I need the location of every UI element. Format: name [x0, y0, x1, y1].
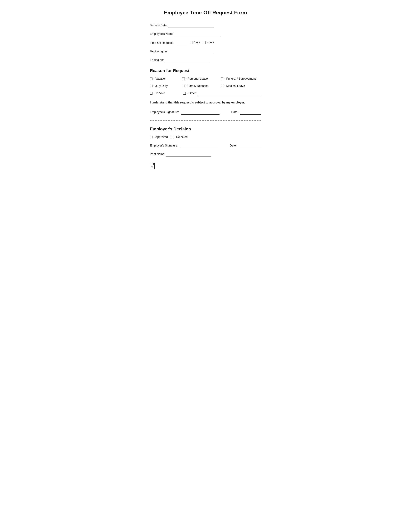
personal-leave-dash: - [186, 77, 187, 80]
vacation-checkbox[interactable] [150, 77, 153, 80]
approved-group: - Approved [150, 135, 168, 139]
funeral-label: Funeral / Bereavement [226, 77, 256, 80]
ending-on-field[interactable] [165, 58, 210, 62]
other-dash: - [187, 92, 188, 95]
beginning-on-label: Beginning on: [150, 50, 168, 53]
jury-duty-checkbox[interactable] [150, 85, 153, 87]
employees-name-row: Employee's Name: [150, 32, 261, 36]
other-checkbox[interactable] [183, 92, 186, 95]
approved-label: Approved [155, 135, 168, 139]
family-reasons-label: Family Reasons [188, 84, 208, 88]
employer-decision-section: Employer's Decision - Approved - Rejecte… [150, 126, 261, 156]
to-vote-label: To Vote [155, 92, 165, 95]
other-label: Other: [189, 92, 197, 95]
family-reasons-dash: - [186, 84, 187, 88]
ending-on-row: Ending on: [150, 58, 261, 62]
hours-checkbox[interactable] [203, 41, 206, 44]
employees-name-label: Employee's Name: [150, 32, 174, 36]
reason-family-reasons: - Family Reasons [182, 84, 221, 88]
family-reasons-checkbox[interactable] [182, 85, 185, 87]
medical-leave-dash: - [224, 84, 225, 88]
approved-dash: - [153, 135, 154, 139]
personal-leave-label: Personal Leave [188, 77, 208, 80]
funeral-dash: - [224, 77, 225, 80]
jury-duty-dash: - [153, 84, 154, 88]
time-off-request-label: Time-Off Request: [150, 41, 173, 45]
todays-date-field[interactable] [168, 24, 214, 28]
employer-signature-block: Employer's Signature: [150, 144, 227, 148]
svg-rect-0 [150, 163, 154, 169]
employee-date-field[interactable] [240, 110, 261, 114]
employee-date-block: Date: [231, 110, 261, 114]
employer-date-block: Date: [230, 144, 261, 148]
employees-name-field[interactable] [175, 32, 220, 36]
jury-duty-label: Jury Duty [155, 84, 168, 88]
employer-signature-field[interactable] [180, 144, 217, 148]
rejected-checkbox[interactable] [171, 136, 173, 138]
reason-funeral: - Funeral / Bereavement [221, 77, 261, 80]
todays-date-label: Today's Date: [150, 24, 167, 27]
approved-rejected-row: - Approved - Rejected [150, 135, 261, 139]
medical-leave-label: Medical Leave [226, 84, 245, 88]
vacation-dash: - [153, 77, 154, 80]
employee-signature-label: Employee's Signature: [150, 110, 179, 114]
reason-row-2: - Jury Duty - Family Reasons - Medical L… [150, 84, 261, 88]
rejected-label: Rejected [176, 135, 188, 139]
employer-decision-heading: Employer's Decision [150, 126, 261, 132]
employee-date-label: Date: [231, 110, 238, 114]
employee-signature-block: Employee's Signature: [150, 110, 228, 114]
reason-vacation: - Vacation [150, 77, 182, 80]
personal-leave-checkbox[interactable] [182, 77, 185, 80]
employee-signature-row: Employee's Signature: Date: [150, 110, 261, 114]
other-field[interactable] [198, 92, 261, 96]
rejected-dash: - [174, 135, 175, 139]
days-label: Days [193, 41, 200, 44]
beginning-on-row: Beginning on: [150, 50, 261, 54]
hours-label: Hours [206, 41, 214, 44]
time-off-amount-field[interactable] [177, 41, 187, 45]
print-name-row: Print Name: [150, 152, 261, 156]
reason-medical-leave: - Medical Leave [221, 84, 261, 88]
reason-section-heading: Reason for Request [150, 68, 261, 73]
reason-jury-duty: - Jury Duty [150, 84, 182, 88]
notice-text: I understand that this request is subjec… [150, 101, 261, 104]
to-vote-checkbox[interactable] [150, 92, 153, 95]
employer-signature-label: Employer's Signature: [150, 144, 178, 147]
reason-other: - Other: [183, 92, 197, 95]
funeral-checkbox[interactable] [221, 77, 223, 80]
ending-on-label: Ending on: [150, 58, 164, 62]
medical-leave-checkbox[interactable] [221, 85, 223, 87]
time-off-request-row: Time-Off Request: Days Hours [150, 41, 261, 45]
footer-icon [150, 163, 156, 171]
to-vote-dash: - [153, 92, 154, 95]
vacation-label: Vacation [155, 77, 166, 80]
reason-row-3: - To Vote - Other: [150, 92, 261, 96]
employer-signature-row: Employer's Signature: Date: [150, 144, 261, 148]
rejected-group: - Rejected [171, 135, 188, 139]
days-checkbox[interactable] [190, 41, 192, 44]
beginning-on-field[interactable] [169, 50, 214, 54]
page-title: Employee Time-Off Request Form [150, 10, 261, 16]
hours-checkbox-group: Hours [203, 41, 214, 44]
reason-row-1: - Vacation - Personal Leave - Funeral / … [150, 77, 261, 80]
employer-date-field[interactable] [239, 144, 261, 148]
employee-signature-field[interactable] [181, 110, 220, 114]
approved-checkbox[interactable] [150, 136, 153, 138]
days-checkbox-group: Days [190, 41, 200, 44]
page-container: Employee Time-Off Request Form Today's D… [137, 0, 274, 177]
employer-date-label: Date: [230, 144, 237, 147]
reason-to-vote: - To Vote [150, 92, 182, 95]
todays-date-row: Today's Date: [150, 24, 261, 28]
print-name-label: Print Name: [150, 152, 165, 156]
section-divider [150, 120, 261, 121]
document-icon [150, 163, 156, 170]
print-name-field[interactable] [166, 152, 211, 156]
reason-personal-leave: - Personal Leave [182, 77, 221, 80]
